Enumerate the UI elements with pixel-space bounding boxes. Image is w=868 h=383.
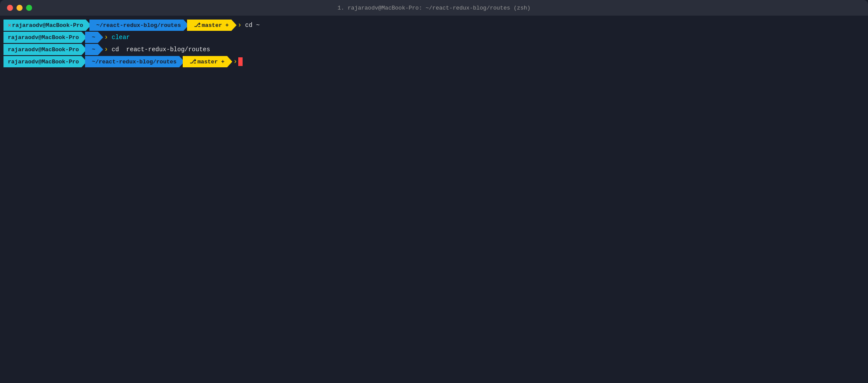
prompt-git-4: master + [197, 59, 224, 65]
error-cross-icon: ✕ [8, 22, 11, 29]
prompt-arrow-4: › [233, 58, 237, 66]
git-branch-icon-1: ⎇ [194, 22, 201, 29]
cmd-3: cd react-redux-blog/routes [112, 46, 210, 53]
close-button[interactable] [7, 5, 13, 11]
maximize-button[interactable] [26, 5, 32, 11]
prompt-path-3: ~ [92, 46, 95, 53]
terminal-line: ✕ rajaraodv@MacBook-Pro ~/react-redux-bl… [0, 19, 868, 31]
terminal-line-3: rajaraodv@MacBook-Pro ~ › cd react-redux… [0, 43, 868, 56]
prompt-arrow-3: › [104, 46, 108, 53]
cmd-1: cd ~ [245, 22, 260, 29]
window-title: 1. rajaraodv@MacBook-Pro: ~/react-redux-… [338, 5, 531, 11]
terminal-window: 1. rajaraodv@MacBook-Pro: ~/react-redux-… [0, 0, 868, 383]
terminal-line-4: rajaraodv@MacBook-Pro ~/react-redux-blog… [0, 56, 868, 68]
prompt-user-3: rajaraodv@MacBook-Pro [8, 46, 79, 53]
cmd-2: clear [112, 34, 130, 41]
prompt-git-1: master + [202, 22, 229, 29]
window-controls [7, 5, 32, 11]
prompt-arrow-2: › [104, 33, 108, 41]
prompt-user-4: rajaraodv@MacBook-Pro [8, 59, 79, 65]
prompt-path-4: ~/react-redux-blog/routes [92, 59, 177, 65]
git-branch-icon-4: ⎇ [190, 58, 196, 65]
minimize-button[interactable] [16, 5, 23, 11]
cursor [238, 57, 243, 66]
prompt-path-1: ~/react-redux-blog/routes [96, 22, 181, 29]
title-bar: 1. rajaraodv@MacBook-Pro: ~/react-redux-… [0, 0, 868, 16]
terminal-line-2: rajaraodv@MacBook-Pro ~ › clear [0, 31, 868, 43]
terminal-body[interactable]: ✕ rajaraodv@MacBook-Pro ~/react-redux-bl… [0, 16, 868, 383]
prompt-arrow-1: › [237, 21, 242, 29]
prompt-path-2: ~ [92, 34, 95, 41]
prompt-user-1: rajaraodv@MacBook-Pro [12, 22, 83, 29]
prompt-user-2: rajaraodv@MacBook-Pro [8, 34, 79, 41]
